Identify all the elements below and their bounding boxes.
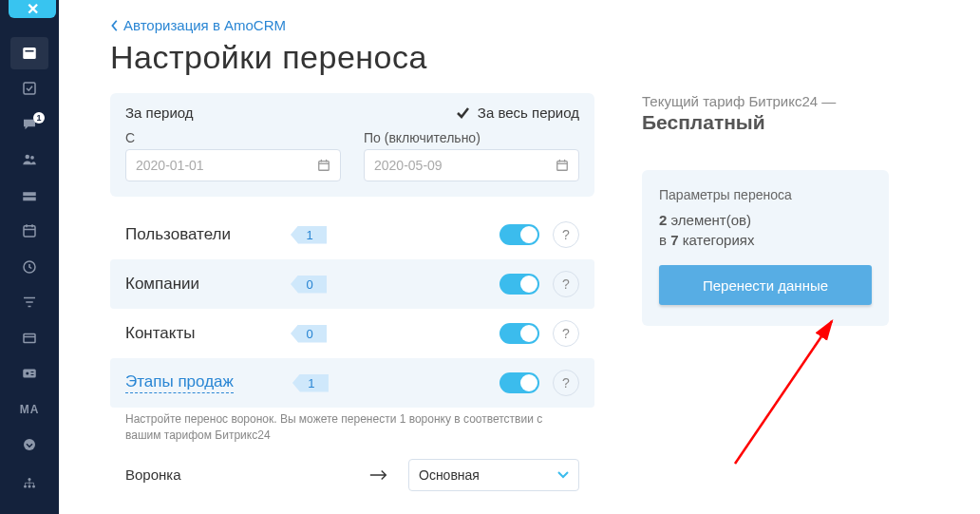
svg-rect-27 — [557, 162, 568, 171]
svg-rect-0 — [23, 48, 36, 59]
svg-rect-12 — [24, 333, 35, 342]
nav-calendar[interactable] — [10, 216, 48, 248]
arrow-right-icon — [193, 468, 397, 482]
date-from-input[interactable]: 2020-01-01 — [125, 149, 341, 181]
svg-point-4 — [30, 156, 34, 160]
category-users-label: Пользователи — [125, 225, 277, 244]
svg-point-20 — [24, 485, 27, 488]
category-contacts-label: Контакты — [125, 324, 277, 343]
category-companies-label: Компании — [125, 275, 277, 294]
chevron-down-icon — [557, 471, 569, 479]
tariff-value: Бесплатный — [642, 111, 889, 134]
category-companies-row: Компании 0 ? — [110, 259, 594, 309]
breadcrumb-text: Авторизация в AmoCRM — [123, 17, 286, 33]
page-title: Настройки переноса — [110, 39, 934, 76]
svg-rect-2 — [24, 83, 35, 94]
check-icon — [455, 105, 470, 121]
stages-hint: Настройте перенос воронок. Вы можете пер… — [125, 411, 543, 444]
svg-rect-14 — [23, 370, 36, 378]
svg-point-3 — [26, 155, 30, 160]
svg-rect-23 — [319, 162, 330, 171]
params-elements: 2 элемент(ов) — [659, 212, 872, 228]
nav-ma[interactable]: MA — [10, 393, 48, 426]
params-categories: в 7 категориях — [659, 232, 872, 248]
close-tab[interactable]: ✕ — [9, 0, 56, 18]
params-box: Параметры переноса 2 элемент(ов) в 7 кат… — [642, 170, 889, 326]
category-stages-row: Этапы продаж 1 ? — [110, 358, 594, 408]
date-to-label: По (включительно) — [364, 130, 579, 145]
funnel-row: Воронка Основная — [110, 444, 594, 495]
nav-groups[interactable] — [10, 144, 48, 177]
category-contacts-toggle[interactable] — [499, 323, 539, 344]
nav-contact[interactable] — [10, 358, 48, 390]
chat-badge: 1 — [33, 112, 45, 124]
nav-chat[interactable]: 1 — [10, 108, 48, 141]
category-contacts-count: 0 — [291, 325, 327, 343]
nav-window[interactable] — [10, 322, 48, 354]
chevron-left-icon — [110, 19, 120, 32]
category-companies-count: 0 — [291, 276, 327, 294]
svg-rect-7 — [24, 226, 35, 237]
help-button[interactable]: ? — [553, 221, 579, 248]
svg-point-18 — [24, 439, 35, 450]
nav-drive[interactable] — [10, 180, 48, 212]
category-stages-toggle[interactable] — [499, 372, 539, 393]
nav-time[interactable] — [10, 251, 48, 283]
nav-stream[interactable] — [10, 37, 48, 69]
funnel-select[interactable]: Основная — [408, 459, 579, 491]
category-users-toggle[interactable] — [499, 224, 539, 245]
period-box: За период За весь период С 2020-01-01 — [110, 93, 594, 197]
funnel-label: Воронка — [125, 466, 181, 483]
nav-more[interactable] — [10, 429, 48, 462]
help-button[interactable]: ? — [553, 271, 579, 297]
category-contacts-row: Контакты 0 ? — [110, 309, 594, 358]
help-button[interactable]: ? — [553, 320, 579, 347]
svg-point-21 — [28, 485, 31, 488]
date-to-input[interactable]: 2020-05-09 — [364, 149, 579, 181]
params-title: Параметры переноса — [659, 187, 872, 202]
calendar-icon — [556, 159, 569, 172]
calendar-icon — [317, 159, 330, 172]
nav-filter[interactable] — [10, 287, 48, 319]
svg-point-15 — [26, 372, 28, 375]
all-period-checkbox[interactable]: За весь период — [455, 105, 579, 121]
category-companies-toggle[interactable] — [499, 274, 539, 295]
help-button[interactable]: ? — [553, 370, 579, 396]
nav-tasks[interactable] — [10, 73, 48, 105]
date-from-label: С — [125, 130, 341, 145]
main-content: Авторизация в AmoCRM Настройки переноса … — [59, 0, 980, 514]
breadcrumb-back[interactable]: Авторизация в AmoCRM — [110, 17, 934, 33]
period-label: За период — [125, 105, 194, 121]
svg-rect-5 — [23, 192, 36, 196]
transfer-button[interactable]: Перенести данные — [659, 265, 872, 305]
category-users-count: 1 — [291, 226, 327, 244]
sidebar: ✕ 1 MA — [0, 0, 59, 514]
svg-point-22 — [32, 485, 35, 488]
svg-point-19 — [28, 478, 31, 481]
svg-rect-1 — [26, 50, 34, 52]
summary-column: Текущий тариф Битрикс24 — Бесплатный Пар… — [642, 93, 889, 326]
nav-sitemap[interactable] — [10, 465, 48, 503]
settings-column: За период За весь период С 2020-01-01 — [110, 93, 594, 495]
category-users-row: Пользователи 1 ? — [110, 210, 594, 259]
svg-rect-6 — [23, 197, 36, 200]
tariff-label: Текущий тариф Битрикс24 — — [642, 93, 889, 109]
category-stages-label[interactable]: Этапы продаж — [125, 372, 234, 393]
category-stages-count: 1 — [292, 374, 329, 392]
